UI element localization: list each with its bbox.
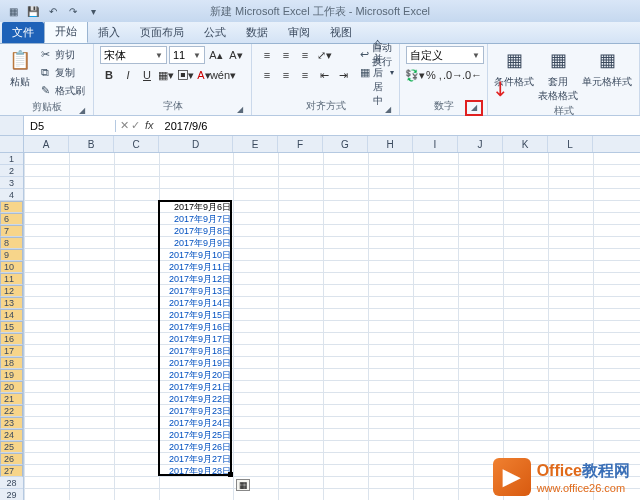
redo-icon[interactable]: ↷	[66, 4, 80, 18]
row-header-10[interactable]: 10	[0, 261, 23, 273]
cell-D16[interactable]: 2017年9月17日	[159, 333, 233, 345]
phonetic-button[interactable]: wén▾	[214, 66, 232, 84]
decrease-indent-icon[interactable]: ⇤	[315, 66, 333, 84]
cell-D23[interactable]: 2017年9月24日	[159, 417, 233, 429]
align-bottom-icon[interactable]: ≡	[296, 46, 314, 64]
row-header-24[interactable]: 24	[0, 429, 23, 441]
row-header-6[interactable]: 6	[0, 213, 23, 225]
row-header-2[interactable]: 2	[0, 165, 23, 177]
cell-D11[interactable]: 2017年9月12日	[159, 273, 233, 285]
cell-D6[interactable]: 2017年9月7日	[159, 213, 233, 225]
increase-decimal-icon[interactable]: .0→	[444, 66, 462, 84]
col-header-E[interactable]: E	[233, 136, 278, 152]
select-all-corner[interactable]	[0, 136, 24, 152]
decrease-font-icon[interactable]: A▾	[227, 46, 245, 64]
cell-D21[interactable]: 2017年9月22日	[159, 393, 233, 405]
accounting-format-icon[interactable]: 💱▾	[406, 66, 424, 84]
col-header-F[interactable]: F	[278, 136, 323, 152]
align-right-icon[interactable]: ≡	[296, 66, 314, 84]
cell-D20[interactable]: 2017年9月21日	[159, 381, 233, 393]
row-header-11[interactable]: 11	[0, 273, 23, 285]
col-header-A[interactable]: A	[24, 136, 69, 152]
enter-formula-icon[interactable]: ✓	[131, 119, 140, 132]
col-header-I[interactable]: I	[413, 136, 458, 152]
increase-indent-icon[interactable]: ⇥	[334, 66, 352, 84]
alignment-dialog-launcher[interactable]: ◢	[383, 104, 393, 114]
tab-view[interactable]: 视图	[320, 22, 362, 43]
qat-customize-icon[interactable]: ▾	[86, 4, 100, 18]
format-as-table-button[interactable]: ▦套用 表格格式	[538, 46, 578, 103]
row-header-1[interactable]: 1	[0, 153, 23, 165]
cell-D8[interactable]: 2017年9月9日	[159, 237, 233, 249]
decrease-decimal-icon[interactable]: .0←	[463, 66, 481, 84]
row-header-21[interactable]: 21	[0, 393, 23, 405]
cell-styles-button[interactable]: ▦单元格样式	[582, 46, 632, 89]
cell-D12[interactable]: 2017年9月13日	[159, 285, 233, 297]
row-header-27[interactable]: 27	[0, 465, 23, 477]
cell-D24[interactable]: 2017年9月25日	[159, 429, 233, 441]
cell-D17[interactable]: 2017年9月18日	[159, 345, 233, 357]
fill-color-button[interactable]: 🞕▾	[176, 66, 194, 84]
cell-D27[interactable]: 2017年9月28日	[159, 465, 233, 477]
excel-app-icon[interactable]: ▦	[6, 4, 20, 18]
row-header-15[interactable]: 15	[0, 321, 23, 333]
cells-grid[interactable]: 2017年9月6日2017年9月7日2017年9月8日2017年9月9日2017…	[24, 153, 640, 500]
row-header-25[interactable]: 25	[0, 441, 23, 453]
cell-D14[interactable]: 2017年9月15日	[159, 309, 233, 321]
copy-button[interactable]: ⧉复制	[38, 64, 85, 81]
conditional-formatting-button[interactable]: ▦条件格式	[494, 46, 534, 89]
cell-D15[interactable]: 2017年9月16日	[159, 321, 233, 333]
underline-button[interactable]: U	[138, 66, 156, 84]
tab-data[interactable]: 数据	[236, 22, 278, 43]
align-left-icon[interactable]: ≡	[258, 66, 276, 84]
cancel-formula-icon[interactable]: ✕	[120, 119, 129, 132]
row-header-22[interactable]: 22	[0, 405, 23, 417]
tab-file[interactable]: 文件	[2, 22, 44, 43]
row-header-18[interactable]: 18	[0, 357, 23, 369]
row-header-3[interactable]: 3	[0, 177, 23, 189]
font-dialog-launcher[interactable]: ◢	[235, 104, 245, 114]
font-size-select[interactable]: 11▼	[169, 46, 205, 64]
border-button[interactable]: ▦▾	[157, 66, 175, 84]
row-header-28[interactable]: 28	[0, 477, 23, 489]
formula-input[interactable]: 2017/9/6	[161, 120, 640, 132]
name-box[interactable]: D5	[24, 120, 116, 132]
cell-D9[interactable]: 2017年9月10日	[159, 249, 233, 261]
cell-D10[interactable]: 2017年9月11日	[159, 261, 233, 273]
font-name-select[interactable]: 宋体▼	[100, 46, 167, 64]
col-header-L[interactable]: L	[548, 136, 593, 152]
row-header-20[interactable]: 20	[0, 381, 23, 393]
number-dialog-launcher[interactable]: ◢	[465, 100, 483, 116]
tab-formulas[interactable]: 公式	[194, 22, 236, 43]
row-header-29[interactable]: 29	[0, 489, 23, 500]
cut-button[interactable]: ✂剪切	[38, 46, 85, 63]
tab-page-layout[interactable]: 页面布局	[130, 22, 194, 43]
tab-review[interactable]: 审阅	[278, 22, 320, 43]
align-center-icon[interactable]: ≡	[277, 66, 295, 84]
cell-D25[interactable]: 2017年9月26日	[159, 441, 233, 453]
col-header-D[interactable]: D	[159, 136, 233, 152]
row-header-4[interactable]: 4	[0, 189, 23, 201]
col-header-G[interactable]: G	[323, 136, 368, 152]
col-header-B[interactable]: B	[69, 136, 114, 152]
undo-icon[interactable]: ↶	[46, 4, 60, 18]
row-header-7[interactable]: 7	[0, 225, 23, 237]
cell-D7[interactable]: 2017年9月8日	[159, 225, 233, 237]
number-format-select[interactable]: 自定义▼	[406, 46, 484, 64]
cell-D26[interactable]: 2017年9月27日	[159, 453, 233, 465]
col-header-H[interactable]: H	[368, 136, 413, 152]
merge-center-button[interactable]: ▦合并后居中▾	[360, 64, 394, 81]
orientation-icon[interactable]: ⤢▾	[315, 46, 333, 64]
cell-D18[interactable]: 2017年9月19日	[159, 357, 233, 369]
row-header-8[interactable]: 8	[0, 237, 23, 249]
row-header-14[interactable]: 14	[0, 309, 23, 321]
save-icon[interactable]: 💾	[26, 4, 40, 18]
fx-icon[interactable]: fx	[145, 119, 154, 132]
cell-D22[interactable]: 2017年9月23日	[159, 405, 233, 417]
align-middle-icon[interactable]: ≡	[277, 46, 295, 64]
autofill-options-icon[interactable]: ▦	[236, 479, 250, 491]
row-header-5[interactable]: 5	[0, 201, 23, 213]
italic-button[interactable]: I	[119, 66, 137, 84]
cell-D5[interactable]: 2017年9月6日	[159, 201, 233, 213]
tab-home[interactable]: 开始	[44, 20, 88, 43]
